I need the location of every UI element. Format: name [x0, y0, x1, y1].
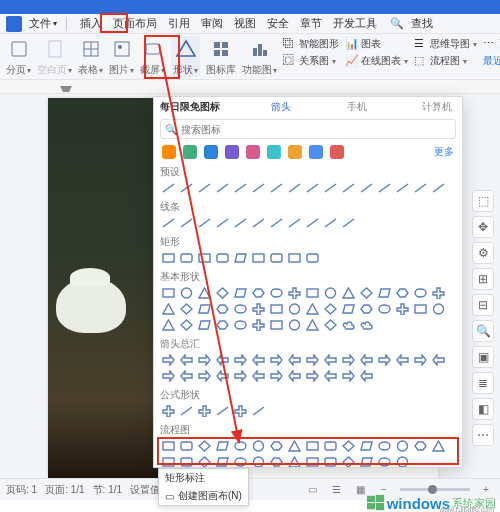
shape-para[interactable]: [340, 302, 356, 316]
shape-cloud[interactable]: [340, 318, 356, 332]
shape-line[interactable]: [232, 216, 248, 230]
popup-tab-arrows[interactable]: 箭头: [267, 100, 295, 114]
side-ruler-icon[interactable]: ⊟: [472, 294, 494, 316]
tool-relation[interactable]: ⿴关系图▾: [283, 53, 339, 69]
shape-rect[interactable]: [160, 439, 176, 453]
shape-rect[interactable]: [160, 286, 176, 300]
shape-arrL[interactable]: [214, 353, 230, 367]
shape-plus[interactable]: [250, 318, 266, 332]
shape-arrR[interactable]: [232, 353, 248, 367]
shape-circ[interactable]: [430, 302, 446, 316]
shape-rect[interactable]: [250, 251, 266, 265]
shape-line[interactable]: [268, 181, 284, 195]
shape-circ[interactable]: [394, 439, 410, 453]
featured-icon[interactable]: [288, 145, 302, 159]
shape-line[interactable]: [214, 404, 230, 418]
shape-circ[interactable]: [178, 286, 194, 300]
tool-blankpage[interactable]: 空白页▾: [37, 36, 72, 77]
tool-flowchart[interactable]: ⬚流程图▾: [414, 53, 477, 69]
shape-line[interactable]: [268, 216, 284, 230]
shape-rrect[interactable]: [322, 455, 338, 468]
shape-line[interactable]: [322, 181, 338, 195]
shape-line[interactable]: [196, 181, 212, 195]
shape-rect[interactable]: [304, 439, 320, 453]
shape-diam[interactable]: [322, 318, 338, 332]
shape-rrect[interactable]: [268, 251, 284, 265]
shape-arrR[interactable]: [232, 369, 248, 383]
side-zoom-icon[interactable]: 🔍: [472, 320, 494, 342]
file-menu[interactable]: 文件 ▾: [29, 16, 57, 31]
menu-view[interactable]: 视图: [230, 15, 260, 32]
featured-icon[interactable]: [225, 145, 239, 159]
shape-arrL[interactable]: [250, 369, 266, 383]
popup-tab-computer[interactable]: 计算机: [418, 100, 456, 114]
shape-arrR[interactable]: [340, 353, 356, 367]
shape-line[interactable]: [358, 181, 374, 195]
shape-rrect[interactable]: [214, 251, 230, 265]
shape-line[interactable]: [340, 181, 356, 195]
shape-line[interactable]: [304, 181, 320, 195]
shape-oval[interactable]: [232, 302, 248, 316]
shape-hex[interactable]: [412, 439, 428, 453]
shape-rect[interactable]: [286, 251, 302, 265]
shape-para[interactable]: [214, 439, 230, 453]
shape-oval[interactable]: [232, 455, 248, 468]
shape-line[interactable]: [376, 181, 392, 195]
shape-arrR[interactable]: [340, 369, 356, 383]
shape-para[interactable]: [196, 302, 212, 316]
shape-line[interactable]: [286, 216, 302, 230]
shape-tri[interactable]: [340, 286, 356, 300]
shape-arrL[interactable]: [250, 353, 266, 367]
inserted-photo[interactable]: [48, 98, 158, 478]
shape-arrR[interactable]: [196, 353, 212, 367]
shape-diam[interactable]: [322, 302, 338, 316]
shape-rect[interactable]: [304, 286, 320, 300]
shape-circ[interactable]: [322, 286, 338, 300]
shape-arrL[interactable]: [178, 369, 194, 383]
tool-recent[interactable]: 最近使用▾: [483, 53, 500, 69]
menu-devtools[interactable]: 开发工具: [329, 15, 381, 32]
menu-review[interactable]: 审阅: [197, 15, 227, 32]
tool-smartart[interactable]: ⿻智能图形: [283, 36, 339, 52]
shape-line[interactable]: [232, 181, 248, 195]
shape-circ[interactable]: [250, 439, 266, 453]
shape-rect[interactable]: [304, 455, 320, 468]
view-mode-print-icon[interactable]: ▭: [304, 482, 320, 498]
featured-icon[interactable]: [246, 145, 260, 159]
tool-more[interactable]: ⋯更多▾: [483, 36, 500, 52]
shape-line[interactable]: [250, 404, 266, 418]
shape-arrL[interactable]: [358, 369, 374, 383]
shape-para[interactable]: [358, 439, 374, 453]
shape-oval[interactable]: [412, 286, 428, 300]
shape-rect[interactable]: [412, 302, 428, 316]
side-color-icon[interactable]: ◧: [472, 398, 494, 420]
shape-line[interactable]: [214, 216, 230, 230]
shape-line[interactable]: [214, 181, 230, 195]
shape-line[interactable]: [178, 404, 194, 418]
tool-screenshot[interactable]: 截屏▾: [140, 36, 165, 77]
shape-para[interactable]: [214, 455, 230, 468]
tool-table[interactable]: 表格▾: [78, 36, 103, 77]
shape-plus[interactable]: [232, 404, 248, 418]
shape-hex[interactable]: [358, 302, 374, 316]
shape-circ[interactable]: [394, 455, 410, 468]
tool-shapes[interactable]: 形状▾: [171, 36, 200, 77]
side-settings-icon[interactable]: ⚙: [472, 242, 494, 264]
shape-arrL[interactable]: [286, 369, 302, 383]
tool-pagebreak[interactable]: 分页▾: [6, 36, 31, 77]
zoom-slider[interactable]: [400, 488, 470, 491]
shape-diam[interactable]: [178, 318, 194, 332]
shape-plus[interactable]: [196, 404, 212, 418]
shape-plus[interactable]: [160, 404, 176, 418]
shape-arrR[interactable]: [160, 369, 176, 383]
shape-diam[interactable]: [178, 302, 194, 316]
featured-icon[interactable]: [204, 145, 218, 159]
side-hand-icon[interactable]: ✥: [472, 216, 494, 238]
shape-line[interactable]: [178, 216, 194, 230]
shape-hex[interactable]: [268, 439, 284, 453]
shape-line[interactable]: [322, 216, 338, 230]
shape-oval[interactable]: [376, 302, 392, 316]
shape-circ[interactable]: [286, 318, 302, 332]
shape-circ[interactable]: [250, 455, 266, 468]
shape-line[interactable]: [430, 181, 446, 195]
